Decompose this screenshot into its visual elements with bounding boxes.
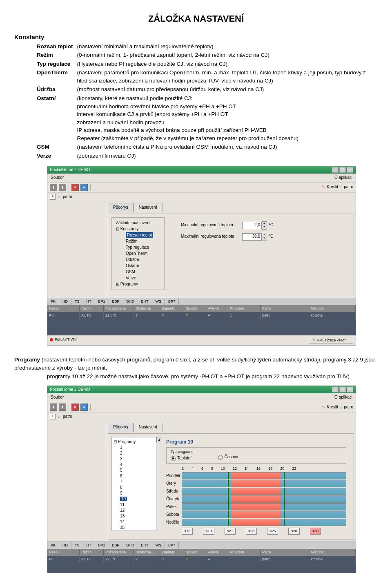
home-icon: ⌂	[58, 194, 60, 200]
tool-icon[interactable]: ✕	[71, 184, 79, 191]
dev-tab[interactable]: TS	[71, 298, 83, 305]
spinner[interactable]: ▲▼	[262, 233, 267, 241]
term: Režim	[37, 51, 77, 60]
dev-tab[interactable]: TS	[71, 542, 83, 549]
dev-tab[interactable]: BHD	[123, 298, 138, 305]
dev-tab[interactable]: WS	[152, 542, 165, 549]
tree-item[interactable]: Typ regulace	[116, 244, 162, 250]
dev-tab[interactable]: BSP	[109, 298, 123, 305]
tab-pudorys[interactable]: Půdorys	[108, 203, 134, 212]
dev-tab[interactable]: WS	[152, 298, 165, 305]
pencil-icon: ✎	[322, 184, 325, 190]
left-pane	[47, 421, 106, 542]
schedule-bar[interactable]	[182, 480, 346, 487]
max-temp-input[interactable]: 39,0	[242, 233, 262, 241]
home-icon: ⌂	[340, 184, 342, 190]
hour-labels: 246810121416182022	[182, 466, 346, 471]
day-label: Pátek	[166, 504, 182, 510]
desc: (možnost nastavení datumu pro předepsano…	[77, 85, 378, 94]
dev-tab[interactable]: BSP	[109, 542, 123, 549]
scroll-up-icon[interactable]: ▲	[156, 437, 162, 443]
tool-icon[interactable]: A	[80, 184, 88, 191]
day-label: Sobota	[166, 512, 182, 518]
floor-label[interactable]: patro	[63, 414, 72, 420]
tool-icon[interactable]: ⬆	[59, 404, 66, 411]
tab-nastaveni[interactable]: Nastavení	[134, 203, 163, 212]
schedule-bar[interactable]	[182, 472, 346, 479]
tool-icon[interactable]: ✕	[71, 404, 79, 411]
maximize-button[interactable]: □	[339, 387, 346, 392]
dev-tab[interactable]: BP1	[95, 298, 109, 305]
tree-item[interactable]: OpenTherm	[116, 250, 162, 256]
expand-button[interactable]: +	[50, 414, 56, 419]
kreslit-label[interactable]: Kreslit	[327, 404, 338, 410]
tree-item[interactable]: Údržba	[116, 256, 162, 263]
spinner[interactable]: ▲▼	[262, 221, 267, 230]
tab-pudorys[interactable]: Půdorys	[108, 423, 134, 432]
patro-combo[interactable]: patro	[344, 184, 353, 190]
dev-tab[interactable]: HT	[83, 298, 95, 305]
tree-item[interactable]: Ostatní	[116, 263, 162, 269]
program-tree[interactable]: ⊟ Programy 1 2 3 4 5 6 7 8 9 10 11	[111, 437, 156, 531]
dev-tab[interactable]: BP7	[165, 298, 179, 305]
close-button[interactable]: ×	[347, 387, 353, 392]
dev-tab[interactable]: PK	[47, 542, 59, 549]
menu-oaplikaci[interactable]: O aplikaci	[334, 395, 352, 401]
kreslit-label[interactable]: Kreslit	[327, 184, 338, 190]
radio-teplotni[interactable]	[171, 456, 176, 461]
tree-item-selected[interactable]: 10	[120, 497, 127, 501]
schedule-bar[interactable]	[182, 511, 346, 518]
refresh-button[interactable]: ↻Aktualizace všech...	[309, 337, 353, 344]
unit: °C	[269, 222, 273, 228]
menu-oaplikaci[interactable]: O aplikaci	[334, 175, 352, 181]
schedule-bar[interactable]	[182, 488, 346, 495]
settings-tree[interactable]: ⊟ Konstanty Rozsah teplot Režim Typ regu…	[116, 226, 162, 287]
maximize-button[interactable]: □	[339, 167, 346, 173]
close-button[interactable]: ×	[347, 167, 353, 173]
min-temp-input[interactable]: 2,0	[242, 222, 262, 229]
schedule-bar[interactable]	[182, 495, 346, 503]
tree-item[interactable]: Verze	[116, 275, 162, 281]
device-tabs: PK HD TS HT BP1 BSP BHD BHT WS BP7	[47, 298, 356, 305]
dev-tab[interactable]: BHT	[138, 542, 152, 549]
grid-row[interactable]: PKAUTO22.0°C???A1patrokotelna	[47, 556, 356, 563]
window-title: PocketHome 2 DEMO	[50, 167, 90, 173]
menu-soubor[interactable]: Soubor	[51, 395, 64, 401]
radio-casovy[interactable]	[218, 455, 223, 460]
dev-tab[interactable]: HD	[59, 542, 71, 549]
expand-button[interactable]: +	[50, 194, 56, 200]
temp-legend: <13<19<21<23<25<28<30	[182, 528, 346, 535]
tool-icon[interactable]: A	[80, 404, 88, 411]
pencil-icon: ✎	[322, 404, 325, 410]
day-label: Čtvrtek	[166, 496, 182, 502]
floor-label[interactable]: patro	[63, 194, 72, 200]
schedule-bar[interactable]	[182, 503, 346, 511]
patro-combo[interactable]: patro	[344, 404, 353, 410]
tree-item[interactable]: Programy	[120, 282, 138, 286]
home-icon: ⌂	[58, 414, 60, 420]
tree-item[interactable]: GSM	[116, 269, 162, 275]
tool-icon[interactable]: ⬆	[59, 184, 66, 191]
desc: (zobrazení firmwaru CJ)	[77, 152, 378, 161]
app-window-2: PocketHome 2 DEMO _ □ × Soubor O aplikac…	[47, 386, 356, 573]
dev-tab[interactable]: BP1	[95, 542, 109, 549]
schedule-bar[interactable]	[182, 519, 346, 526]
dev-tab[interactable]: PK	[47, 298, 59, 305]
dev-tab[interactable]: HD	[59, 298, 71, 305]
term: Typ regulace	[37, 60, 77, 69]
tree-item-selected[interactable]: Rozsah teplot	[126, 232, 153, 238]
grid-row[interactable]: PKAUTO22.0°C???A1patrokotelna	[47, 312, 356, 319]
tool-icon[interactable]: ⬇	[50, 404, 57, 411]
dev-tab[interactable]: BHT	[138, 298, 152, 305]
dev-tab[interactable]: HT	[83, 542, 95, 549]
minimize-button[interactable]: _	[332, 387, 339, 392]
minimize-button[interactable]: _	[332, 167, 339, 173]
menu-soubor[interactable]: Soubor	[51, 175, 64, 181]
tree-item[interactable]: Režim	[116, 238, 162, 244]
titlebar: PocketHome 2 DEMO _ □ ×	[47, 386, 356, 394]
tool-icon[interactable]: ⬇	[50, 184, 57, 191]
dev-tab[interactable]: BHD	[123, 542, 138, 549]
tab-nastaveni[interactable]: Nastavení	[134, 423, 163, 432]
dev-tab[interactable]: BP7	[165, 542, 179, 549]
titlebar: PocketHome 2 DEMO _ □ ×	[47, 166, 356, 174]
